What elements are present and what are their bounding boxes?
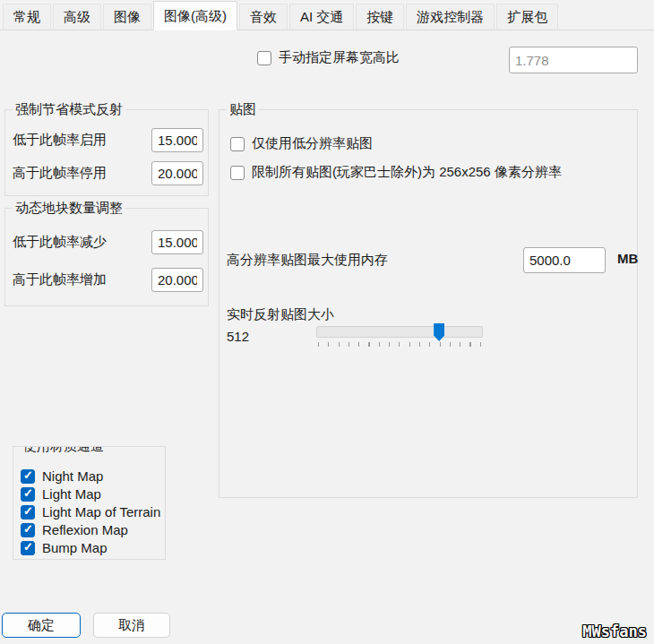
eco-disable-input[interactable] — [151, 161, 203, 185]
light-map-terrain-checkbox-row[interactable]: Light Map of Terrain — [21, 504, 160, 519]
tab-keys[interactable]: 按键 — [356, 4, 404, 30]
bump-map-label: Bump Map — [42, 540, 108, 555]
material-channels-group-title: 使用材质通道 — [21, 446, 107, 455]
limit-textures-checkbox-row[interactable]: 限制所有贴图(玩家巴士除外)为 256x256 像素分辨率 — [230, 164, 562, 181]
limit-textures-checkbox[interactable] — [230, 166, 245, 180]
tab-game-controller[interactable]: 游戏控制器 — [406, 4, 495, 30]
light-map-checkbox[interactable] — [21, 487, 35, 502]
eco-enable-input[interactable] — [151, 128, 203, 152]
dynamic-tiles-group: 动态地块数量调整 低于此帧率减少 高于此帧率增加 — [4, 208, 209, 306]
reflexion-map-checkbox-row[interactable]: Reflexion Map — [21, 522, 128, 537]
texture-memory-input[interactable] — [523, 247, 606, 273]
aspect-ratio-label: 手动指定屏幕宽高比 — [279, 49, 400, 66]
tab-graphics[interactable]: 图像 — [103, 4, 151, 30]
aspect-ratio-input[interactable] — [509, 47, 638, 73]
reflection-slider-track[interactable] — [316, 326, 483, 338]
reflexion-map-label: Reflexion Map — [42, 522, 128, 537]
night-map-label: Night Map — [42, 468, 103, 484]
low-res-textures-checkbox-row[interactable]: 仅使用低分辨率贴图 — [230, 135, 373, 152]
night-map-checkbox[interactable] — [21, 469, 35, 484]
textures-group: 贴图 仅使用低分辨率贴图 限制所有贴图(玩家巴士除外)为 256x256 像素分… — [219, 109, 638, 498]
tab-sound[interactable]: 音效 — [239, 4, 288, 30]
reflection-slider-ticks — [318, 342, 481, 347]
low-res-textures-label: 仅使用低分辨率贴图 — [252, 135, 373, 152]
tab-general[interactable]: 常规 — [3, 4, 51, 30]
eco-enable-label: 低于此帧率启用 — [13, 132, 107, 149]
low-res-textures-checkbox[interactable] — [230, 137, 245, 151]
tiles-decrease-input[interactable] — [151, 230, 203, 254]
tab-bar: 常规 高级 图像 图像(高级) 音效 AI 交通 按键 游戏控制器 扩展包 — [0, 0, 654, 30]
bump-map-checkbox-row[interactable]: Bump Map — [21, 540, 108, 555]
light-map-terrain-checkbox[interactable] — [21, 505, 35, 519]
eco-reflection-group-title: 强制节省模式反射 — [13, 101, 125, 118]
tiles-increase-label: 高于此帧率增加 — [13, 271, 107, 288]
texture-memory-unit: MB — [617, 251, 638, 266]
bump-map-checkbox[interactable] — [21, 541, 35, 555]
eco-disable-label: 高于此帧率停用 — [13, 165, 107, 182]
textures-group-title: 贴图 — [227, 101, 259, 118]
night-map-checkbox-row[interactable]: Night Map — [21, 468, 103, 484]
watermark: MWsfans — [582, 623, 647, 640]
material-channels-group: 使用材质通道 Night Map Light Map Light Map of … — [13, 446, 166, 560]
tab-ai-traffic[interactable]: AI 交通 — [289, 4, 354, 30]
reflection-slider-thumb[interactable] — [434, 323, 444, 341]
eco-reflection-group: 强制节省模式反射 低于此帧率启用 高于此帧率停用 — [4, 109, 209, 196]
aspect-ratio-checkbox[interactable] — [257, 51, 271, 65]
reflection-size-label: 实时反射贴图大小 — [227, 306, 334, 323]
limit-textures-label: 限制所有贴图(玩家巴士除外)为 256x256 像素分辨率 — [252, 164, 562, 181]
tiles-decrease-label: 低于此帧率减少 — [13, 234, 107, 251]
tab-advanced[interactable]: 高级 — [53, 4, 101, 30]
aspect-ratio-checkbox-row[interactable]: 手动指定屏幕宽高比 — [257, 49, 400, 66]
ok-button[interactable]: 确定 — [2, 613, 81, 638]
dynamic-tiles-group-title: 动态地块数量调整 — [13, 200, 125, 217]
light-map-label: Light Map — [42, 486, 101, 502]
light-map-terrain-label: Light Map of Terrain — [42, 504, 160, 519]
reflection-size-value: 512 — [227, 329, 249, 344]
tab-graphics-advanced[interactable]: 图像(高级) — [153, 1, 237, 30]
tab-addons[interactable]: 扩展包 — [496, 4, 558, 30]
texture-memory-label: 高分辨率贴图最大使用内存 — [227, 252, 388, 269]
cancel-button[interactable]: 取消 — [93, 613, 170, 638]
reflexion-map-checkbox[interactable] — [21, 523, 35, 537]
tiles-increase-input[interactable] — [151, 268, 203, 292]
light-map-checkbox-row[interactable]: Light Map — [21, 486, 101, 502]
